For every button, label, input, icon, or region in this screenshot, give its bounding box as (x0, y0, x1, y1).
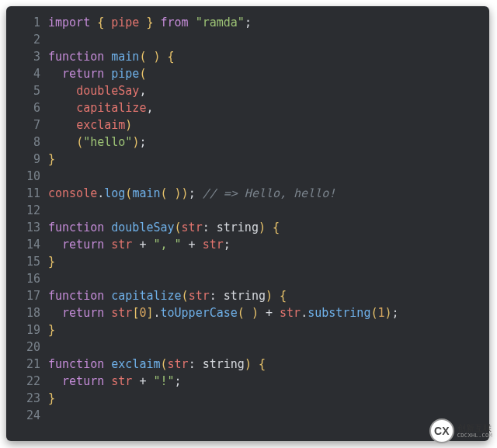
line-number: 2 (6, 31, 48, 48)
code-line: 24 (6, 407, 489, 424)
code-line: 13function doubleSay(str: string) { (6, 219, 489, 236)
code-line: 3function main( ) { (6, 48, 489, 65)
code-line: 7 exclaim) (6, 116, 489, 134)
line-number: 10 (6, 168, 48, 185)
line-number: 23 (6, 390, 48, 407)
line-content (48, 339, 489, 356)
line-number: 20 (6, 339, 48, 356)
code-line: 21function exclaim(str: string) { (6, 356, 489, 373)
line-content: } (48, 321, 489, 339)
line-number: 22 (6, 373, 48, 390)
code-line: 15} (6, 253, 489, 270)
line-number: 4 (6, 65, 48, 82)
code-line: 2 (6, 31, 489, 48)
line-number: 17 (6, 287, 48, 304)
watermark-subtext: CDCXHL.COM (457, 432, 492, 439)
line-number: 15 (6, 253, 48, 270)
line-number: 16 (6, 270, 48, 287)
line-content: function capitalize(str: string) { (48, 287, 489, 304)
code-line: 6 capitalize, (6, 99, 489, 116)
watermark-text: 创新互联 (457, 424, 492, 432)
line-number: 3 (6, 48, 48, 65)
code-line: 5 doubleSay, (6, 82, 489, 99)
line-content: function doubleSay(str: string) { (48, 219, 489, 236)
code-line: 20 (6, 339, 489, 356)
line-number: 8 (6, 134, 48, 151)
line-number: 7 (6, 116, 48, 134)
line-content: return str[0].toUpperCase( ) + str.subst… (48, 304, 489, 321)
line-content: return pipe( (48, 65, 489, 82)
line-number: 21 (6, 356, 48, 373)
code-line: 18 return str[0].toUpperCase( ) + str.su… (6, 304, 489, 321)
line-number: 18 (6, 304, 48, 321)
code-line: 8 ("hello"); (6, 134, 489, 151)
line-content (48, 407, 489, 424)
code-line: 12 (6, 202, 489, 219)
line-number: 9 (6, 151, 48, 168)
line-number: 11 (6, 185, 48, 202)
line-content: } (48, 253, 489, 270)
line-content: function main( ) { (48, 48, 489, 65)
code-line: 4 return pipe( (6, 65, 489, 82)
line-number: 5 (6, 82, 48, 99)
code-block: 1import { pipe } from "ramda";2 3functio… (6, 14, 489, 424)
code-line: 9} (6, 151, 489, 168)
line-number: 13 (6, 219, 48, 236)
line-content (48, 202, 489, 219)
line-content: doubleSay, (48, 82, 489, 99)
line-number: 14 (6, 236, 48, 253)
line-content: return str + ", " + str; (48, 236, 489, 253)
line-number: 19 (6, 321, 48, 339)
code-line: 23} (6, 390, 489, 407)
line-content: function exclaim(str: string) { (48, 356, 489, 373)
line-content: return str + "!"; (48, 373, 489, 390)
line-number: 1 (6, 14, 48, 31)
line-content: exclaim) (48, 116, 489, 134)
code-line: 19} (6, 321, 489, 339)
line-content (48, 31, 489, 48)
line-content: console.log(main( )); // => Hello, hello… (48, 185, 489, 202)
code-line: 14 return str + ", " + str; (6, 236, 489, 253)
line-number: 24 (6, 407, 48, 424)
line-content (48, 168, 489, 185)
code-line: 10 (6, 168, 489, 185)
watermark-badge: CX (429, 418, 454, 443)
line-content: ("hello"); (48, 134, 489, 151)
code-line: 22 return str + "!"; (6, 373, 489, 390)
line-content: } (48, 390, 489, 407)
line-number: 12 (6, 202, 48, 219)
line-content: } (48, 151, 489, 168)
code-line: 17function capitalize(str: string) { (6, 287, 489, 304)
line-number: 6 (6, 99, 48, 116)
code-line: 16 (6, 270, 489, 287)
code-editor: 1import { pipe } from "ramda";2 3functio… (6, 6, 489, 441)
code-line: 1import { pipe } from "ramda"; (6, 14, 489, 31)
line-content (48, 270, 489, 287)
line-content: import { pipe } from "ramda"; (48, 14, 489, 31)
code-line: 11console.log(main( )); // => Hello, hel… (6, 185, 489, 202)
watermark: CX 创新互联 CDCXHL.COM (429, 418, 492, 443)
line-content: capitalize, (48, 99, 489, 116)
